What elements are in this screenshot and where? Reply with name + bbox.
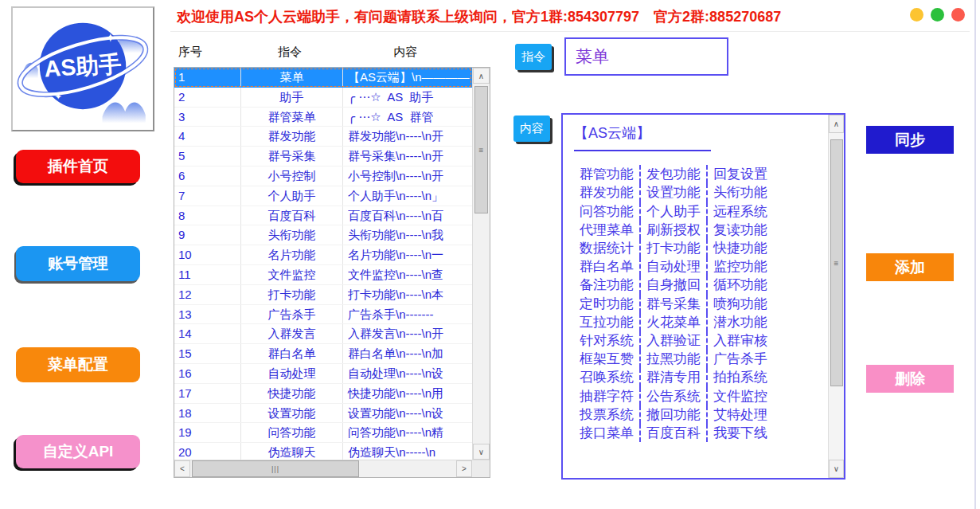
sync-button[interactable]: 同步 (866, 126, 954, 154)
table-row[interactable]: 19 问答功能 问答功能\n----\n精 (174, 423, 472, 443)
scroll-left-icon[interactable]: < (174, 460, 190, 477)
table-vertical-scrollbar[interactable]: ∧ ≡ ∨ (472, 68, 490, 460)
row-num: 18 (174, 404, 241, 423)
table-row[interactable]: 18 设置功能 设置功能\n----\n设 (174, 404, 472, 424)
table-row[interactable]: 20 伪造聊天 伪造聊天\n-----\n (174, 443, 472, 460)
menu-item: 打卡功能 (639, 239, 706, 257)
row-content: 百度百科\n----\n百 (343, 206, 472, 225)
row-num: 1 (174, 68, 241, 87)
row-cmd: 自动处理 (241, 364, 343, 383)
menu-line: 群管功能发包功能回复设置 (574, 165, 825, 183)
menu-item: 艾特处理 (706, 405, 773, 424)
content-editor[interactable]: 【AS云端】 群管功能发包功能回复设置群发功能设置功能头衔功能问答功能个人助手远… (561, 113, 845, 480)
menu-item: 喷狗功能 (706, 295, 773, 313)
table-row[interactable]: 2 助手 ╭ ⋯☆ AS 助手 (174, 88, 472, 108)
scroll-up-icon[interactable]: ∧ (829, 115, 844, 133)
table-row[interactable]: 11 文件监控 文件监控\n----\n查 (174, 265, 472, 285)
table-row[interactable]: 13 广告杀手 广告杀手\n------- (174, 305, 472, 325)
scroll-down-icon[interactable]: ∨ (829, 460, 844, 478)
table-row[interactable]: 16 自动处理 自动处理\n----\n设 (174, 364, 472, 384)
row-cmd: 伪造聊天 (241, 443, 343, 460)
table-row[interactable]: 6 小号控制 小号控制\n----\n开 (174, 166, 472, 186)
menu-item: 快捷功能 (706, 239, 773, 257)
row-num: 8 (174, 206, 241, 225)
row-num: 12 (174, 285, 241, 304)
table-row[interactable]: 7 个人助手 个人助手\n----\n」 (174, 186, 472, 206)
row-cmd: 群号采集 (241, 147, 343, 166)
scroll-right-icon[interactable]: > (456, 460, 472, 477)
table-row[interactable]: 5 群号采集 群号采集\n----\n开 (174, 147, 472, 166)
add-button[interactable]: 添加 (866, 253, 954, 281)
menu-item: 抽群字符 (574, 387, 639, 405)
delete-button[interactable]: 删除 (866, 365, 954, 393)
table-row[interactable]: 9 头衔功能 头衔功能\n----\n我 (174, 225, 472, 245)
table-row[interactable]: 17 快捷功能 快捷功能\n----\n用 (174, 384, 472, 404)
menu-item: 个人助手 (639, 202, 706, 221)
title-underline (574, 150, 711, 151)
row-num: 3 (174, 108, 241, 127)
menu-item: 发包功能 (639, 165, 706, 183)
menu-item: 撤回功能 (639, 405, 706, 424)
table-header: 序号 指令 内容 (174, 45, 474, 60)
window-right-border (974, 0, 976, 509)
welcome-banner: 欢迎使用AS个人云端助手，有问题请联系上级询问，官方1群:854307797 官… (177, 7, 893, 26)
row-content: ╭ ⋯☆ AS 群管 (343, 108, 472, 127)
row-content: 广告杀手\n------- (343, 305, 472, 324)
green-dot-icon[interactable] (931, 8, 944, 22)
command-input[interactable] (564, 37, 728, 76)
row-num: 7 (174, 186, 241, 206)
table-row[interactable]: 1 菜单 【AS云端】\n———— (174, 68, 472, 88)
menu-item: 火花菜单 (639, 313, 706, 331)
table-row[interactable]: 10 名片功能 名片功能\n----\n一 (174, 245, 472, 265)
scroll-down-icon[interactable]: ∨ (473, 444, 490, 460)
plugin-home-button[interactable]: 插件首页 (16, 150, 140, 183)
row-num: 19 (174, 423, 241, 442)
menu-item: 拍拍系统 (706, 368, 773, 386)
table-row[interactable]: 8 百度百科 百度百科\n----\n百 (174, 206, 472, 226)
table-hscroll-thumb[interactable]: ||| (192, 460, 359, 477)
menu-line: 问答功能个人助手远程系统 (574, 202, 825, 221)
table-row[interactable]: 12 打卡功能 打卡功能\n----\n本 (174, 285, 472, 305)
table-row[interactable]: 14 入群发言 入群发言\n----\n开 (174, 324, 472, 344)
content-vertical-scrollbar[interactable]: ∧ ≡ ∨ (828, 115, 844, 478)
menu-item: 监控功能 (706, 257, 773, 276)
row-content: 小号控制\n----\n开 (343, 166, 472, 186)
menu-item: 接口菜单 (574, 424, 639, 442)
row-num: 9 (174, 225, 241, 245)
row-cmd: 群管菜单 (241, 108, 343, 127)
row-content: 群发功能\n----\n开 (343, 127, 472, 146)
red-dot-icon[interactable] (951, 8, 965, 22)
row-cmd: 百度百科 (241, 206, 343, 225)
row-num: 5 (174, 147, 241, 166)
table-horizontal-scrollbar[interactable]: < ||| > (174, 460, 472, 477)
account-manage-button[interactable]: 账号管理 (16, 246, 140, 281)
row-content: 自动处理\n----\n设 (343, 364, 472, 383)
row-num: 20 (174, 443, 241, 460)
menu-line: 互拉功能火花菜单潜水功能 (574, 313, 825, 331)
table-row[interactable]: 4 群发功能 群发功能\n----\n开 (174, 127, 472, 147)
menu-item: 复读功能 (706, 221, 773, 239)
menu-line: 投票系统撤回功能艾特处理 (574, 405, 825, 424)
row-num: 17 (174, 384, 241, 403)
content-vscroll-thumb[interactable]: ≡ (830, 139, 843, 386)
row-content: 入群发言\n----\n开 (343, 324, 472, 343)
menu-item: 循环功能 (706, 276, 773, 294)
menu-item: 群清专用 (639, 368, 706, 386)
row-cmd: 助手 (241, 88, 343, 107)
row-cmd: 小号控制 (241, 166, 343, 186)
row-cmd: 群白名单 (241, 344, 343, 363)
header-number: 序号 (174, 45, 242, 60)
row-content: 设置功能\n----\n设 (343, 404, 472, 423)
table-row[interactable]: 3 群管菜单 ╭ ⋯☆ AS 群管 (174, 108, 472, 127)
menu-item: 潜水功能 (706, 313, 773, 331)
row-content: 【AS云端】\n———— (343, 68, 472, 87)
yellow-dot-icon[interactable] (910, 8, 923, 22)
menu-item: 群发功能 (574, 183, 639, 202)
content-text[interactable]: 【AS云端】 群管功能发包功能回复设置群发功能设置功能头衔功能问答功能个人助手远… (563, 115, 828, 478)
scroll-up-icon[interactable]: ∧ (473, 68, 490, 84)
table-vscroll-thumb[interactable]: ≡ (474, 86, 488, 213)
table-row[interactable]: 15 群白名单 群白名单\n----\n加 (174, 344, 472, 364)
table-rows: 1 菜单 【AS云端】\n———— 2 助手 ╭ ⋯☆ AS 助手 3 群管菜单… (174, 68, 472, 460)
custom-api-button[interactable]: 自定义API (16, 435, 140, 468)
menu-config-button[interactable]: 菜单配置 (16, 347, 140, 382)
